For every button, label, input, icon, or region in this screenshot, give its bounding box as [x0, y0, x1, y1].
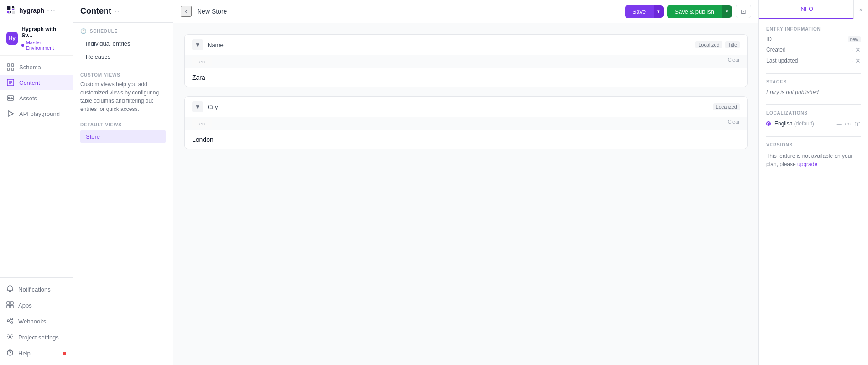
sidebar-item-api-label: API playground — [19, 110, 60, 117]
divider-1 — [766, 73, 861, 74]
city-field-label: City — [208, 104, 713, 110]
right-panel-content: ENTRY INFORMATION ID new Created - ✕ Las… — [759, 19, 868, 365]
last-updated-row: Last updated - ✕ — [766, 57, 861, 64]
publish-dropdown-button[interactable]: ▾ — [722, 5, 732, 18]
city-field-header: ▼ City Localized — [185, 97, 747, 117]
locale-english-row: English (default) — en 🗑 — [766, 120, 861, 127]
name-field-card: ▼ Name Localized Title en Clear — [184, 34, 748, 87]
default-views-label: DEFAULT VIEWS — [80, 122, 166, 127]
locale-english-label: English (default) — [774, 120, 833, 127]
svg-point-22 — [11, 318, 13, 320]
help-label: Help — [18, 350, 31, 357]
form-area: ▼ Name Localized Title en Clear ▼ City L… — [173, 23, 758, 365]
sidebar-item-content[interactable]: Content — [0, 75, 73, 90]
svg-line-24 — [9, 319, 11, 321]
versions-upgrade-link[interactable]: upgrade — [797, 161, 817, 167]
apps-icon — [6, 301, 14, 310]
versions-text: This feature is not available on your pl… — [766, 152, 861, 168]
save-dropdown-button[interactable]: ▾ — [653, 5, 664, 18]
id-label: ID — [766, 36, 772, 42]
publish-button-group: Save & publish ▾ — [667, 5, 732, 18]
svg-rect-20 — [10, 305, 13, 308]
sidebar-item-project-settings[interactable]: Project settings — [0, 329, 73, 345]
locale-default-text: (default) — [794, 120, 814, 127]
custom-views-description: Custom views help you add customized vie… — [80, 80, 166, 113]
svg-rect-1 — [7, 11, 9, 13]
entry-information-section: ENTRY INFORMATION ID new Created - ✕ Las… — [766, 26, 861, 64]
env-label: Master Environment — [26, 40, 66, 51]
svg-point-23 — [11, 322, 13, 323]
schema-icon — [6, 63, 15, 71]
svg-rect-0 — [7, 6, 10, 10]
locale-en-code: en — [845, 121, 851, 126]
hygraph-logo-icon — [6, 5, 16, 16]
sidebar-item-apps[interactable]: Apps — [0, 297, 73, 313]
back-button[interactable]: ‹ — [181, 6, 192, 17]
entry-title: New Store — [197, 8, 620, 15]
releases-item[interactable]: Releases — [80, 50, 166, 63]
content-menu-icon[interactable]: ··· — [115, 7, 121, 16]
id-value: new — [848, 36, 861, 42]
sidebar-item-schema[interactable]: Schema — [0, 59, 73, 75]
city-field-expand-button[interactable]: ▼ — [192, 101, 203, 112]
city-field-lang-row: en Clear — [185, 117, 747, 130]
apps-label: Apps — [18, 302, 32, 309]
individual-entries-item[interactable]: Individual entries — [80, 37, 166, 50]
main-toolbar: ‹ New Store Save ▾ Save & publish ▾ ⊡ — [173, 0, 758, 23]
stages-section: STAGES Entry is not published — [766, 79, 861, 95]
content-panel-header: Content ··· — [73, 0, 173, 23]
locale-delete-button[interactable]: 🗑 — [854, 120, 861, 127]
hygraph-logo: hygraph ··· — [6, 5, 56, 16]
id-row: ID new — [766, 36, 861, 42]
sidebar-header: hygraph ··· — [0, 0, 73, 21]
custom-views-label: CUSTOM VIEWS — [80, 73, 166, 78]
avatar: Hy — [6, 32, 18, 45]
logo-dots-icon[interactable]: ··· — [47, 6, 56, 15]
bell-icon — [6, 285, 14, 294]
project-info[interactable]: Hy Hygraph with Sv... Master Environment — [0, 21, 73, 56]
store-item[interactable]: Store — [80, 130, 166, 143]
svg-rect-2 — [10, 11, 11, 13]
right-panel: INFO » ENTRY INFORMATION ID new Created … — [758, 0, 868, 365]
publish-button[interactable]: Save & publish — [667, 5, 722, 18]
expand-button[interactable]: ⊡ — [736, 5, 751, 18]
name-field-input[interactable] — [185, 68, 747, 87]
name-field-clear[interactable]: Clear — [728, 57, 740, 66]
versions-section: VERSIONS This feature is not available o… — [766, 142, 861, 168]
localizations-title: LOCALIZATIONS — [766, 110, 861, 115]
city-field-input[interactable] — [185, 130, 747, 149]
svg-rect-4 — [12, 9, 14, 10]
sidebar-item-notifications[interactable]: Notifications — [0, 282, 73, 297]
project-settings-label: Project settings — [18, 334, 59, 341]
right-panel-collapse-button[interactable]: » — [853, 0, 868, 19]
svg-line-25 — [9, 321, 11, 323]
settings-icon — [6, 333, 14, 342]
sidebar-item-help[interactable]: Help — [0, 345, 73, 361]
sidebar-item-assets[interactable]: Assets — [0, 90, 73, 106]
assets-icon — [6, 94, 15, 102]
created-dash: - — [852, 47, 853, 53]
divider-3 — [766, 136, 861, 137]
svg-rect-7 — [11, 64, 14, 66]
env-badge: Master Environment — [21, 40, 66, 51]
sidebar-bottom: Notifications Apps Webhooks Project sett… — [0, 277, 73, 365]
project-name: Hygraph with Sv... — [21, 26, 66, 39]
save-button[interactable]: Save — [625, 5, 654, 18]
tab-info[interactable]: INFO — [759, 0, 853, 19]
svg-rect-18 — [10, 302, 13, 304]
sidebar-item-assets-label: Assets — [19, 95, 37, 102]
notifications-label: Notifications — [18, 286, 51, 293]
name-field-lang: en — [192, 57, 212, 66]
env-dot — [21, 44, 24, 47]
city-field-clear[interactable]: Clear — [728, 119, 740, 128]
name-field-expand-button[interactable]: ▼ — [192, 39, 203, 50]
svg-rect-3 — [12, 6, 14, 8]
custom-views-section: CUSTOM VIEWS Custom views help you add c… — [73, 67, 173, 117]
name-field-lang-row: en Clear — [185, 55, 747, 68]
sidebar-item-webhooks[interactable]: Webhooks — [0, 313, 73, 329]
sidebar-item-api[interactable]: API playground — [0, 106, 73, 121]
sidebar-item-content-label: Content — [19, 79, 40, 86]
default-views-section: DEFAULT VIEWS Store — [73, 117, 173, 147]
save-button-group: Save ▾ — [625, 5, 664, 18]
schedule-section: 🕐 SCHEDULE Individual entries Releases — [73, 23, 173, 67]
